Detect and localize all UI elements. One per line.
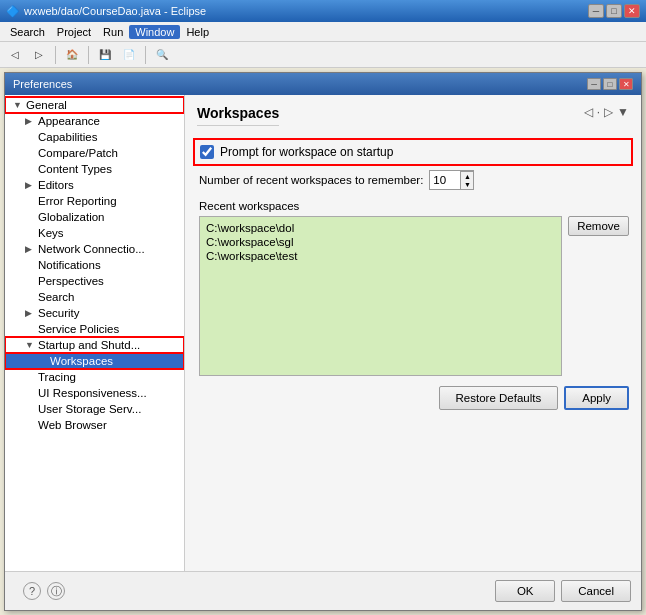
tree-label-network: Network Connectio... xyxy=(38,243,145,255)
expand-icon-editors: ▶ xyxy=(25,180,35,190)
maximize-button[interactable]: □ xyxy=(606,4,622,18)
tree-item-compare-patch[interactable]: Compare/Patch xyxy=(5,145,184,161)
eclipse-outer: Preferences ─ □ ✕ ▼ General ▶ Appearance xyxy=(0,68,646,615)
spinner-up[interactable]: ▲ xyxy=(460,171,473,180)
title-bar-buttons: ─ □ ✕ xyxy=(588,4,640,18)
toolbar-sep-2 xyxy=(88,46,89,64)
workspaces-area: C:\workspace\dol C:\workspace\sgl C:\wor… xyxy=(199,216,629,376)
expand-icon-network: ▶ xyxy=(25,244,35,254)
help-info-icon[interactable]: ⓘ xyxy=(47,582,65,600)
tree-item-keys[interactable]: Keys xyxy=(5,225,184,241)
number-input-wrap: ▲ ▼ xyxy=(429,170,474,190)
tree-item-service-policies[interactable]: Service Policies xyxy=(5,321,184,337)
cancel-button[interactable]: Cancel xyxy=(561,580,631,602)
tree-item-error-reporting[interactable]: Error Reporting xyxy=(5,193,184,209)
help-question-icon[interactable]: ? xyxy=(23,582,41,600)
tree-label-editors: Editors xyxy=(38,179,74,191)
tree-item-ui[interactable]: UI Responsiveness... xyxy=(5,385,184,401)
toolbar-forward[interactable]: ▷ xyxy=(28,45,50,65)
tree-label-security: Security xyxy=(38,307,80,319)
tree-label-perspectives: Perspectives xyxy=(38,275,104,287)
content-title: Workspaces xyxy=(197,105,279,126)
expand-icon-security: ▶ xyxy=(25,308,35,318)
menu-project[interactable]: Project xyxy=(51,25,97,39)
workspace-entry-2[interactable]: C:\workspace\test xyxy=(204,249,557,263)
tree-item-tracing[interactable]: Tracing xyxy=(5,369,184,385)
tree-item-search[interactable]: Search xyxy=(5,289,184,305)
toolbar-new[interactable]: 📄 xyxy=(118,45,140,65)
toolbar-home[interactable]: 🏠 xyxy=(61,45,83,65)
tree-item-general[interactable]: ▼ General xyxy=(5,97,184,113)
back-arrow[interactable]: ◁ xyxy=(584,105,593,119)
workspace-entry-1[interactable]: C:\workspace\sgl xyxy=(204,235,557,249)
workspace-entry-0[interactable]: C:\workspace\dol xyxy=(204,221,557,235)
tree-label-startup: Startup and Shutd... xyxy=(38,339,140,351)
tree-item-workspaces[interactable]: Workspaces xyxy=(5,353,184,369)
content-panel: Workspaces ◁ · ▷ ▼ Prompt for workspace … xyxy=(185,95,641,571)
tree-label-tracing: Tracing xyxy=(38,371,76,383)
recent-count-label: Number of recent workspaces to remember: xyxy=(199,174,423,186)
toolbar-save[interactable]: 💾 xyxy=(94,45,116,65)
tree-label-appearance: Appearance xyxy=(38,115,100,127)
tree-item-perspectives[interactable]: Perspectives xyxy=(5,273,184,289)
pref-title-buttons: ─ □ ✕ xyxy=(587,78,633,90)
prompt-checkbox-label[interactable]: Prompt for workspace on startup xyxy=(220,145,393,159)
expand-icon-startup: ▼ xyxy=(25,340,35,350)
tree-label-content: Content Types xyxy=(38,163,112,175)
toolbar-back[interactable]: ◁ xyxy=(4,45,26,65)
tree-item-capabilities[interactable]: Capabilities xyxy=(5,129,184,145)
tree-label-notif: Notifications xyxy=(38,259,101,271)
preferences-dialog: Preferences ─ □ ✕ ▼ General ▶ Appearance xyxy=(4,72,642,611)
menu-window[interactable]: Window xyxy=(129,25,180,39)
tree-label-web: Web Browser xyxy=(38,419,107,431)
help-icons: ? ⓘ xyxy=(15,578,73,604)
menu-help[interactable]: Help xyxy=(180,25,215,39)
pref-maximize-button[interactable]: □ xyxy=(603,78,617,90)
tree-label-compare: Compare/Patch xyxy=(38,147,118,159)
workspaces-list: C:\workspace\dol C:\workspace\sgl C:\wor… xyxy=(199,216,562,376)
close-button[interactable]: ✕ xyxy=(624,4,640,18)
pref-title-bar: Preferences ─ □ ✕ xyxy=(5,73,641,95)
pref-close-button[interactable]: ✕ xyxy=(619,78,633,90)
tree-label-capabilities: Capabilities xyxy=(38,131,97,143)
tree-item-appearance[interactable]: ▶ Appearance xyxy=(5,113,184,129)
tree-label-error: Error Reporting xyxy=(38,195,117,207)
checkbox-row: Prompt for workspace on startup xyxy=(197,142,629,162)
tree-label-glob: Globalization xyxy=(38,211,104,223)
prompt-checkbox[interactable] xyxy=(200,145,214,159)
tree-item-globalization[interactable]: Globalization xyxy=(5,209,184,225)
tree-item-editors[interactable]: ▶ Editors xyxy=(5,177,184,193)
tree-item-security[interactable]: ▶ Security xyxy=(5,305,184,321)
toolbar-search[interactable]: 🔍 xyxy=(151,45,173,65)
menu-search[interactable]: Search xyxy=(4,25,51,39)
menu-run[interactable]: Run xyxy=(97,25,129,39)
tree-panel: ▼ General ▶ Appearance Capabilities Comp… xyxy=(5,95,185,571)
spinner-down[interactable]: ▼ xyxy=(460,180,473,189)
dropdown-arrow[interactable]: ▼ xyxy=(617,105,629,119)
apply-button[interactable]: Apply xyxy=(564,386,629,410)
title-bar-left: 🔷 wxweb/dao/CourseDao.java - Eclipse xyxy=(6,5,206,18)
recent-count-input[interactable] xyxy=(430,173,460,187)
app-icon: 🔷 xyxy=(6,5,20,18)
expand-icon-appearance: ▶ xyxy=(25,116,35,126)
restore-defaults-button[interactable]: Restore Defaults xyxy=(439,386,559,410)
pref-bottom-right: OK Cancel xyxy=(495,580,631,602)
remove-button[interactable]: Remove xyxy=(568,216,629,236)
minimize-button[interactable]: ─ xyxy=(588,4,604,18)
pref-title: Preferences xyxy=(13,78,72,90)
tree-item-content-types[interactable]: Content Types xyxy=(5,161,184,177)
pref-minimize-button[interactable]: ─ xyxy=(587,78,601,90)
tree-label-workspaces: Workspaces xyxy=(50,355,113,367)
tree-item-web-browser[interactable]: Web Browser xyxy=(5,417,184,433)
toolbar-sep-1 xyxy=(55,46,56,64)
ok-button[interactable]: OK xyxy=(495,580,555,602)
forward-arrow[interactable]: ▷ xyxy=(604,105,613,119)
tree-label-ui: UI Responsiveness... xyxy=(38,387,147,399)
nav-arrows: ◁ · ▷ ▼ xyxy=(584,105,629,119)
tree-item-notifications[interactable]: Notifications xyxy=(5,257,184,273)
tree-item-user-storage[interactable]: User Storage Serv... xyxy=(5,401,184,417)
tree-label-keys: Keys xyxy=(38,227,64,239)
tree-item-startup[interactable]: ▼ Startup and Shutd... xyxy=(5,337,184,353)
tree-item-network[interactable]: ▶ Network Connectio... xyxy=(5,241,184,257)
toolbar-sep-3 xyxy=(145,46,146,64)
